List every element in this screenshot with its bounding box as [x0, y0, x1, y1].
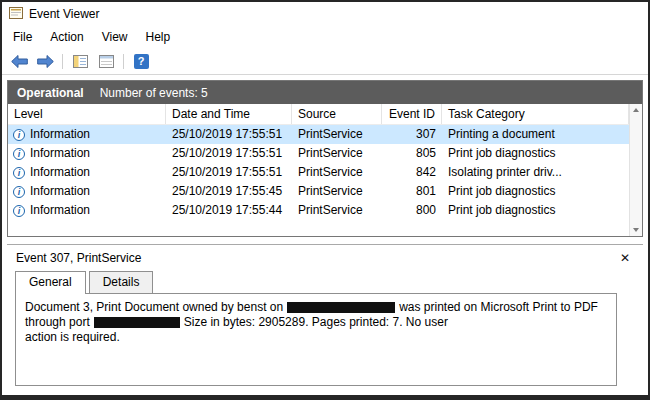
list-title-bar: Operational Number of events: 5: [8, 81, 642, 104]
event-row[interactable]: i Information 25/10/2019 17:55:51 PrintS…: [8, 163, 629, 182]
level-text: Information: [30, 125, 90, 144]
date-time-cell: 25/10/2019 17:55:44: [166, 201, 292, 220]
source-cell: PrintService: [292, 125, 382, 144]
date-time-cell: 25/10/2019 17:55:51: [166, 144, 292, 163]
export-list-icon[interactable]: [95, 51, 117, 72]
redaction-box: [287, 302, 395, 313]
column-header-level[interactable]: Level: [8, 104, 166, 124]
task-category-cell: Isolating printer driv...: [442, 163, 629, 182]
column-header-date-time[interactable]: Date and Time: [166, 104, 292, 124]
event-id-cell: 805: [382, 144, 442, 163]
event-row[interactable]: i Information 25/10/2019 17:55:45 PrintS…: [8, 182, 629, 201]
close-icon[interactable]: ✕: [620, 251, 630, 265]
task-category-cell: Print job diagnostics: [442, 201, 629, 220]
event-id-cell: 801: [382, 182, 442, 201]
level-text: Information: [30, 144, 90, 163]
event-id-cell: 800: [382, 201, 442, 220]
toolbar-separator: [123, 54, 124, 69]
level-text: Information: [30, 182, 90, 201]
menu-help[interactable]: Help: [137, 27, 180, 47]
event-row[interactable]: i Information 25/10/2019 17:55:44 PrintS…: [8, 201, 629, 220]
toolbar-separator: [62, 54, 63, 69]
table-header-row: Level Date and Time Source Event ID Task…: [8, 104, 629, 125]
toolbar: ?: [2, 48, 648, 75]
event-table: Level Date and Time Source Event ID Task…: [8, 104, 642, 236]
preview-header: Event 307, PrintService ✕: [7, 245, 643, 271]
date-time-cell: 25/10/2019 17:55:45: [166, 182, 292, 201]
show-hide-console-tree-icon[interactable]: [69, 51, 91, 72]
information-icon: i: [13, 186, 25, 198]
source-cell: PrintService: [292, 182, 382, 201]
source-cell: PrintService: [292, 163, 382, 182]
window-title: Event Viewer: [29, 7, 99, 21]
menu-bar: File Action View Help: [2, 26, 648, 48]
event-row[interactable]: i Information 25/10/2019 17:55:51 PrintS…: [8, 125, 629, 144]
level-cell: i Information: [8, 163, 166, 182]
information-icon: i: [13, 167, 25, 179]
tab-general[interactable]: General: [15, 271, 86, 294]
help-glyph: ?: [134, 54, 149, 69]
preview-title: Event 307, PrintService: [16, 251, 141, 265]
description-text: Size in bytes: 2905289. Pages printed: 7…: [184, 315, 448, 329]
source-cell: PrintService: [292, 144, 382, 163]
column-header-event-id[interactable]: Event ID: [382, 104, 442, 124]
level-cell: i Information: [8, 182, 166, 201]
event-viewer-icon: [9, 6, 23, 23]
column-header-task-category[interactable]: Task Category: [442, 104, 629, 124]
level-text: Information: [30, 163, 90, 182]
redaction-box: [94, 317, 180, 328]
description-text: was printed on Microsoft Print to PDF: [399, 300, 598, 314]
scroll-up-icon[interactable]: [633, 108, 639, 112]
event-id-cell: 307: [382, 125, 442, 144]
preview-pane: Event 307, PrintService ✕ General Detail…: [7, 244, 643, 395]
information-icon: i: [13, 148, 25, 160]
channel-name: Operational: [17, 86, 84, 100]
console-content: Operational Number of events: 5 Level Da…: [2, 75, 648, 395]
tab-details[interactable]: Details: [89, 271, 154, 293]
preview-tabs: General Details: [15, 271, 643, 293]
column-header-source[interactable]: Source: [292, 104, 382, 124]
source-cell: PrintService: [292, 201, 382, 220]
information-icon: i: [13, 129, 25, 141]
title-bar: Event Viewer: [2, 2, 648, 26]
date-time-cell: 25/10/2019 17:55:51: [166, 125, 292, 144]
description-text: action is required.: [25, 330, 120, 344]
level-cell: i Information: [8, 201, 166, 220]
event-viewer-window: Event Viewer File Action View Help ?: [0, 0, 650, 400]
date-time-cell: 25/10/2019 17:55:51: [166, 163, 292, 182]
description-text: Document 3, Print Document owned by bens…: [25, 300, 283, 314]
task-category-cell: Print job diagnostics: [442, 144, 629, 163]
event-row[interactable]: i Information 25/10/2019 17:55:51 PrintS…: [8, 144, 629, 163]
level-text: Information: [30, 201, 90, 220]
events-panel: Operational Number of events: 5 Level Da…: [7, 80, 643, 237]
event-count: Number of events: 5: [100, 86, 208, 100]
event-id-cell: 842: [382, 163, 442, 182]
level-cell: i Information: [8, 125, 166, 144]
menu-file[interactable]: File: [4, 27, 41, 47]
menu-view[interactable]: View: [93, 27, 137, 47]
information-icon: i: [13, 205, 25, 217]
forward-icon[interactable]: [34, 51, 56, 72]
level-cell: i Information: [8, 144, 166, 163]
description-text: through port: [25, 315, 90, 329]
vertical-scrollbar[interactable]: [629, 104, 642, 236]
help-icon[interactable]: ?: [130, 51, 152, 72]
task-category-cell: Printing a document: [442, 125, 629, 144]
scroll-down-icon[interactable]: [633, 228, 639, 232]
back-icon[interactable]: [8, 51, 30, 72]
event-description: Document 3, Print Document owned by bens…: [15, 293, 617, 386]
menu-action[interactable]: Action: [41, 27, 92, 47]
task-category-cell: Print job diagnostics: [442, 182, 629, 201]
